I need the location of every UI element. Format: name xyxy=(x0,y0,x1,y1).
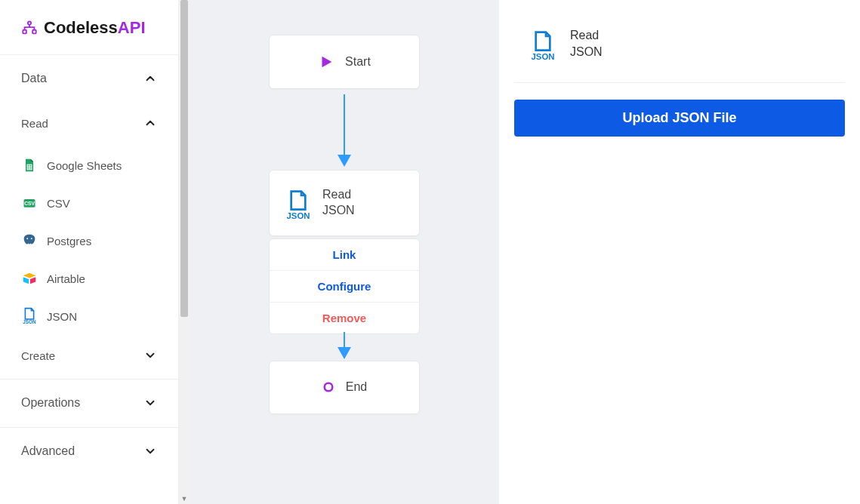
sidebar-item-postgres[interactable]: Postgres xyxy=(0,222,178,260)
sidebar-item-label: Postgres xyxy=(47,235,91,247)
chevron-down-icon xyxy=(143,396,157,410)
sidebar-section-advanced[interactable]: Advanced xyxy=(0,427,178,475)
node-context-menu: Link Configure Remove xyxy=(269,238,420,334)
menu-item-remove[interactable]: Remove xyxy=(270,303,419,333)
scroll-down-icon[interactable]: ▼ xyxy=(179,493,190,504)
workflow-canvas[interactable]: Start JSON ReadJSON Link Configure Remov… xyxy=(190,0,499,504)
svg-text:CSV: CSV xyxy=(24,201,35,206)
svg-rect-2 xyxy=(32,30,36,34)
sidebar-item-label: Google Sheets xyxy=(47,159,122,172)
panel-title: ReadJSON xyxy=(570,27,603,60)
flow-arrow xyxy=(344,94,345,155)
svg-rect-1 xyxy=(23,30,26,34)
section-label: Operations xyxy=(21,396,80,410)
logo-icon xyxy=(21,20,38,36)
logo-text: CodelessAPI xyxy=(44,18,146,38)
node-label: End xyxy=(346,380,367,395)
postgres-icon xyxy=(21,232,38,249)
subsection-label: Read xyxy=(21,117,48,130)
upload-json-button[interactable]: Upload JSON File xyxy=(514,100,845,137)
json-icon: JSON xyxy=(285,189,312,217)
scroll-thumb[interactable] xyxy=(180,0,188,317)
section-label: Data xyxy=(21,72,47,85)
json-icon: JSON xyxy=(529,30,556,57)
sidebar-item-json[interactable]: JSON JSON xyxy=(0,297,178,335)
sidebar-subsection-read[interactable]: Read xyxy=(0,103,178,146)
airtable-icon xyxy=(21,270,38,287)
json-icon: JSON xyxy=(21,308,38,324)
node-end[interactable]: End xyxy=(269,361,420,414)
google-sheets-icon xyxy=(21,157,38,174)
sidebar-item-label: JSON xyxy=(47,310,77,323)
node-label: ReadJSON xyxy=(322,187,355,219)
sidebar-item-label: CSV xyxy=(47,197,70,210)
play-icon xyxy=(318,54,334,70)
chevron-up-icon xyxy=(143,72,157,85)
logo[interactable]: CodelessAPI xyxy=(0,0,178,55)
svg-text:JSON: JSON xyxy=(23,319,36,324)
sidebar-item-label: Airtable xyxy=(47,272,85,285)
menu-item-link[interactable]: Link xyxy=(270,239,419,271)
svg-point-0 xyxy=(28,21,31,24)
svg-point-13 xyxy=(325,383,333,392)
menu-item-configure[interactable]: Configure xyxy=(270,271,419,303)
svg-text:JSON: JSON xyxy=(532,51,555,60)
chevron-down-icon xyxy=(143,444,157,458)
section-label: Advanced xyxy=(21,444,75,458)
arrow-head-icon xyxy=(338,347,351,359)
chevron-up-icon xyxy=(143,116,157,130)
sidebar: CodelessAPI Data Read Google Sheets xyxy=(0,0,179,504)
chevron-down-icon xyxy=(143,349,157,362)
svg-point-9 xyxy=(26,238,28,239)
sidebar-section-data[interactable]: Data xyxy=(0,55,178,103)
subsection-label: Create xyxy=(21,349,55,362)
flow-arrow xyxy=(344,332,345,347)
sidebar-scrollbar[interactable]: ▲ ▼ xyxy=(179,0,190,504)
config-panel: JSON ReadJSON Upload JSON File xyxy=(499,0,860,504)
sidebar-item-csv[interactable]: CSV CSV xyxy=(0,184,178,222)
csv-icon: CSV xyxy=(21,195,38,211)
sidebar-item-airtable[interactable]: Airtable xyxy=(0,260,178,297)
node-label: Start xyxy=(345,54,371,70)
end-ring-icon xyxy=(322,380,335,394)
sidebar-item-google-sheets[interactable]: Google Sheets xyxy=(0,146,178,184)
sidebar-section-operations[interactable]: Operations xyxy=(0,379,178,427)
node-start[interactable]: Start xyxy=(269,35,420,89)
panel-header: JSON ReadJSON xyxy=(514,27,845,83)
svg-text:JSON: JSON xyxy=(287,211,310,219)
arrow-head-icon xyxy=(338,155,351,167)
svg-point-10 xyxy=(31,238,32,239)
node-read-json[interactable]: JSON ReadJSON xyxy=(269,170,420,236)
sidebar-subsection-create[interactable]: Create xyxy=(0,335,178,379)
